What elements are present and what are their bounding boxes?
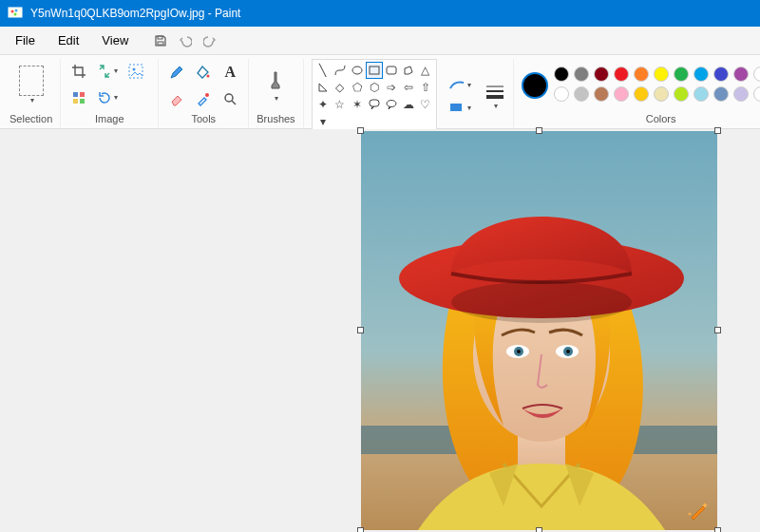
brush-icon[interactable] (267, 67, 284, 94)
menu-bar: File Edit View (0, 27, 760, 55)
canvas-image[interactable] (361, 131, 717, 530)
svg-point-7 (133, 67, 136, 70)
menu-view[interactable]: View (92, 29, 138, 51)
color-swatch[interactable] (634, 66, 649, 82)
shape-callout-oval-icon[interactable] (384, 97, 399, 112)
shape-triangle-icon[interactable]: △ (418, 63, 433, 78)
window-title: Y5nWn1q0QLKB9om2RpgIOw.jpg - Paint (30, 7, 240, 20)
rotate-icon[interactable]: ▾ (97, 87, 118, 108)
svg-point-3 (14, 13, 17, 16)
shape-hexagon-icon[interactable]: ⬡ (367, 80, 382, 95)
svg-point-15 (352, 66, 362, 74)
resize-handle-left[interactable] (357, 327, 364, 333)
color-swatch[interactable] (713, 66, 729, 82)
shape-more-icon[interactable]: ▾ (315, 114, 331, 129)
svg-rect-4 (158, 36, 162, 39)
color-swatch[interactable] (574, 66, 589, 82)
menu-file[interactable]: File (6, 29, 45, 51)
save-icon[interactable] (153, 33, 168, 48)
color-swatch[interactable] (554, 66, 569, 82)
color-swatch[interactable] (654, 66, 669, 82)
shape-diamond-icon[interactable]: ◇ (332, 80, 348, 95)
shape-star4-icon[interactable]: ✦ (315, 97, 331, 112)
color-swatch[interactable] (574, 86, 589, 102)
shapes-gallery[interactable]: ╲ △ ◇ ⬠ ⬡ ➩ ⇦ ⇧ ✦ ☆ ✶ ☁ ♡ (312, 59, 437, 133)
resize-handle-bottom-right[interactable] (714, 527, 721, 532)
shape-star5-icon[interactable]: ☆ (332, 97, 348, 112)
fill-icon[interactable] (193, 62, 214, 83)
magnifier-icon[interactable] (219, 88, 240, 109)
image-selection-frame[interactable] (361, 131, 717, 530)
shape-curve-icon[interactable] (332, 63, 348, 78)
shape-callout-rounded-icon[interactable] (367, 97, 382, 112)
color-swatch[interactable] (713, 86, 729, 102)
shape-callout-cloud-icon[interactable]: ☁ (401, 97, 416, 112)
shape-heart-icon[interactable]: ♡ (418, 97, 433, 112)
image-select-icon[interactable] (125, 61, 146, 82)
color-swatch[interactable] (674, 66, 689, 82)
resize-handle-bottom[interactable] (536, 527, 542, 532)
selected-color-swatch[interactable] (522, 72, 548, 99)
color-swatch[interactable] (614, 66, 629, 82)
select-tool[interactable] (19, 66, 44, 96)
shape-polygon-icon[interactable] (401, 63, 416, 78)
shape-arrow-right-icon[interactable]: ➩ (384, 80, 399, 95)
resize-icon[interactable]: ▾ (97, 61, 118, 82)
shape-arrow-up-icon[interactable]: ⇧ (418, 80, 433, 95)
chevron-down-icon[interactable]: ▾ (30, 96, 34, 104)
redo-icon[interactable] (202, 33, 218, 48)
title-bar: Y5nWn1q0QLKB9om2RpgIOw.jpg - Paint (0, 0, 760, 27)
text-icon[interactable]: A (219, 62, 240, 83)
resize-handle-bottom-left[interactable] (357, 527, 364, 532)
undo-icon[interactable] (178, 33, 193, 48)
resize-handle-right[interactable] (714, 327, 721, 333)
svg-rect-8 (73, 92, 78, 97)
shape-outline-icon[interactable]: ▾ (446, 76, 473, 93)
shape-arrow-left-icon[interactable]: ⇦ (401, 80, 416, 95)
svg-point-2 (15, 10, 18, 12)
color-swatch[interactable] (614, 86, 629, 102)
eyedropper-icon[interactable] (193, 88, 214, 109)
shape-fill-icon[interactable]: ▾ (446, 99, 473, 116)
color-swatch[interactable] (594, 66, 609, 82)
svg-rect-9 (80, 92, 85, 97)
color-swatch[interactable] (594, 86, 609, 102)
svg-point-29 (451, 281, 632, 323)
transparent-selection-icon[interactable] (68, 87, 89, 108)
shape-oval-icon[interactable] (350, 63, 365, 78)
eraser-icon[interactable] (166, 88, 187, 109)
canvas-area[interactable] (0, 129, 760, 532)
color-swatch[interactable] (554, 86, 569, 102)
color-swatch[interactable] (674, 86, 689, 102)
color-swatch[interactable] (694, 66, 709, 82)
resize-handle-top[interactable] (536, 127, 542, 134)
menu-edit[interactable]: Edit (48, 29, 88, 51)
svg-rect-18 (370, 100, 379, 106)
shape-rounded-rect-icon[interactable] (384, 63, 399, 78)
app-icon (8, 6, 23, 21)
chevron-down-icon[interactable]: ▾ (275, 94, 278, 103)
color-swatch[interactable] (753, 66, 760, 82)
size-icon[interactable] (484, 83, 505, 102)
svg-point-1 (11, 10, 14, 13)
shape-rectangle-icon[interactable] (367, 63, 382, 78)
group-shapes: ╲ △ ◇ ⬠ ⬡ ➩ ⇦ ⇧ ✦ ☆ ✶ ☁ ♡ (304, 59, 514, 128)
color-swatch[interactable] (753, 86, 760, 102)
resize-handle-top-left[interactable] (357, 127, 364, 134)
shape-right-triangle-icon[interactable] (315, 80, 331, 95)
ribbon: ▾ Selection ▾ ▾ Image A (0, 55, 760, 129)
shape-pentagon-icon[interactable]: ⬠ (350, 80, 365, 95)
color-swatch[interactable] (733, 66, 749, 82)
shape-star6-icon[interactable]: ✶ (350, 97, 365, 112)
magic-pencil-icon[interactable] (685, 498, 712, 524)
svg-rect-10 (73, 99, 78, 104)
color-swatch[interactable] (634, 86, 649, 102)
pencil-icon[interactable] (166, 62, 187, 83)
chevron-down-icon[interactable]: ▾ (494, 102, 498, 110)
color-swatch[interactable] (654, 86, 669, 102)
color-swatch[interactable] (733, 86, 749, 102)
shape-line-icon[interactable]: ╲ (315, 63, 331, 78)
crop-icon[interactable] (68, 61, 89, 82)
color-swatch[interactable] (694, 86, 709, 102)
resize-handle-top-right[interactable] (714, 127, 721, 134)
